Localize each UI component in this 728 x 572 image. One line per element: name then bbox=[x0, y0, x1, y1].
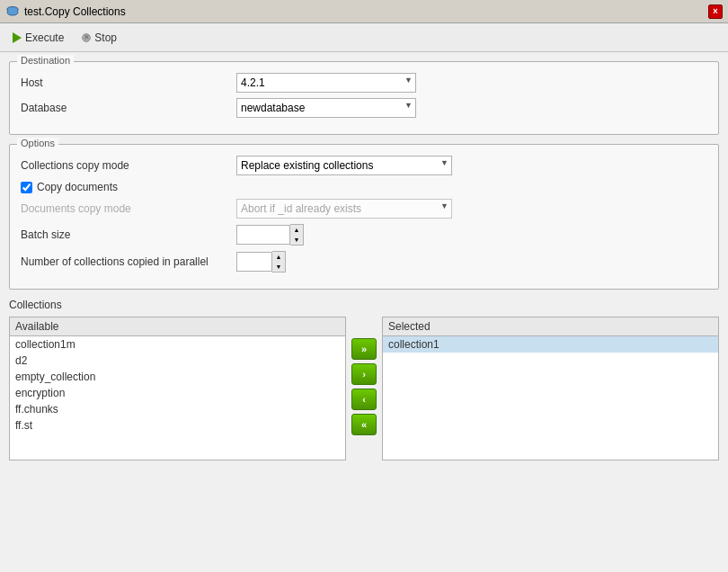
close-button[interactable]: × bbox=[708, 4, 723, 19]
batch-size-row: Batch size 1000 ▲ ▼ bbox=[21, 224, 707, 246]
selected-header: Selected bbox=[383, 317, 718, 336]
parallel-down[interactable]: ▼ bbox=[272, 262, 285, 272]
selected-list-content[interactable]: collection1 bbox=[383, 336, 718, 460]
stop-button[interactable]: ✕ Stop bbox=[78, 30, 120, 46]
list-item[interactable]: ff.chunks bbox=[10, 401, 345, 417]
copy-mode-select[interactable]: Replace existing collectionsDrop existin… bbox=[236, 156, 452, 175]
transfer-all-right-button[interactable]: » bbox=[351, 338, 377, 360]
copy-documents-checkbox[interactable] bbox=[21, 182, 32, 193]
batch-size-down[interactable]: ▼ bbox=[290, 235, 303, 245]
batch-size-input[interactable]: 1000 bbox=[236, 225, 290, 245]
destination-group: Destination Host 4.2.1localhost127.0.0.1… bbox=[9, 61, 719, 135]
batch-size-up[interactable]: ▲ bbox=[290, 225, 303, 235]
database-row: Database newdatabasetestdbmydb bbox=[21, 98, 707, 118]
destination-legend: Destination bbox=[17, 55, 74, 66]
db-icon bbox=[5, 4, 20, 19]
list-item[interactable]: collection1 bbox=[383, 336, 718, 353]
title-bar: test.Copy Collections × bbox=[0, 0, 728, 23]
title-bar-text: test.Copy Collections bbox=[24, 5, 704, 18]
doc-copy-mode-row: Documents copy mode Abort if _id already… bbox=[21, 199, 707, 219]
play-icon bbox=[13, 32, 22, 43]
collections-title: Collections bbox=[9, 299, 719, 311]
main-content: Destination Host 4.2.1localhost127.0.0.1… bbox=[0, 52, 728, 469]
copy-documents-label: Copy documents bbox=[37, 181, 118, 193]
list-item[interactable]: ff.st bbox=[10, 417, 345, 433]
execute-label: Execute bbox=[25, 31, 64, 44]
database-select-wrapper: newdatabasetestdbmydb bbox=[236, 98, 416, 118]
collections-container: Available collection1md2empty_collection… bbox=[9, 317, 719, 460]
parallel-row: Number of collections copied in parallel… bbox=[21, 251, 707, 273]
transfer-buttons: » › ‹ « bbox=[351, 317, 377, 435]
list-item[interactable]: encryption bbox=[10, 385, 345, 401]
list-item[interactable]: collection1m bbox=[10, 336, 345, 353]
database-label: Database bbox=[21, 102, 236, 114]
copy-documents-row: Copy documents bbox=[21, 181, 707, 193]
options-legend: Options bbox=[17, 138, 58, 148]
parallel-label: Number of collections copied in parallel bbox=[21, 255, 236, 268]
stop-label: Stop bbox=[94, 31, 117, 44]
collections-section: Collections Available collection1md2empt… bbox=[9, 299, 719, 460]
available-list-content[interactable]: collection1md2empty_collectionencryption… bbox=[10, 336, 345, 460]
host-select-wrapper: 4.2.1localhost127.0.0.1 bbox=[236, 73, 416, 93]
selected-list-box: Selected collection1 bbox=[382, 317, 719, 460]
available-header: Available bbox=[10, 317, 345, 336]
database-select[interactable]: newdatabasetestdbmydb bbox=[236, 98, 416, 118]
list-item[interactable]: d2 bbox=[10, 353, 345, 369]
host-select[interactable]: 4.2.1localhost127.0.0.1 bbox=[236, 73, 416, 93]
stop-icon: ✕ bbox=[82, 33, 91, 42]
batch-size-spinner-buttons: ▲ ▼ bbox=[290, 224, 304, 246]
copy-mode-row: Collections copy mode Replace existing c… bbox=[21, 156, 707, 175]
transfer-left-button[interactable]: ‹ bbox=[351, 389, 377, 410]
batch-size-label: Batch size bbox=[21, 228, 236, 241]
doc-copy-mode-select[interactable]: Abort if _id already existsSkip if _id a… bbox=[236, 199, 452, 219]
parallel-input[interactable]: 4 bbox=[236, 252, 272, 272]
toolbar: Execute ✕ Stop bbox=[0, 23, 728, 52]
transfer-right-button[interactable]: › bbox=[351, 363, 377, 385]
parallel-up[interactable]: ▲ bbox=[272, 252, 285, 262]
parallel-spinner-buttons: ▲ ▼ bbox=[272, 251, 286, 273]
copy-mode-select-wrapper: Replace existing collectionsDrop existin… bbox=[236, 156, 452, 175]
host-row: Host 4.2.1localhost127.0.0.1 bbox=[21, 73, 707, 93]
transfer-all-left-button[interactable]: « bbox=[351, 414, 377, 435]
doc-copy-mode-label: Documents copy mode bbox=[21, 202, 236, 215]
list-item[interactable]: empty_collection bbox=[10, 369, 345, 385]
available-list-box: Available collection1md2empty_collection… bbox=[9, 317, 346, 460]
batch-size-spinner: 1000 ▲ ▼ bbox=[236, 224, 304, 246]
execute-button[interactable]: Execute bbox=[9, 30, 67, 46]
doc-copy-mode-select-wrapper: Abort if _id already existsSkip if _id a… bbox=[236, 199, 452, 219]
options-group: Options Collections copy mode Replace ex… bbox=[9, 144, 719, 290]
host-label: Host bbox=[21, 76, 236, 89]
copy-mode-label: Collections copy mode bbox=[21, 159, 236, 172]
parallel-spinner: 4 ▲ ▼ bbox=[236, 251, 286, 273]
